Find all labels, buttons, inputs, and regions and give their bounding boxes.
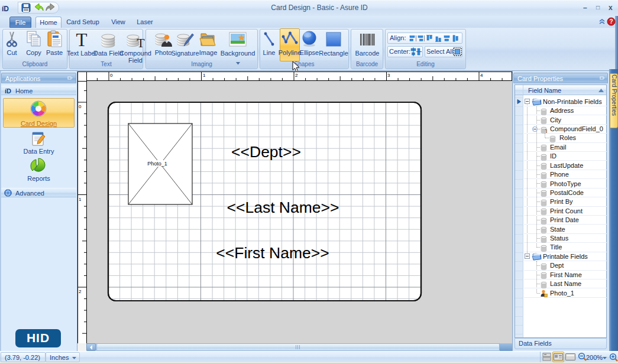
svg-text:Photo_1: Photo_1 [147, 161, 167, 167]
svg-text:íD: íD [2, 5, 9, 12]
svg-text:1: 1 [203, 73, 206, 78]
svg-text:T: T [137, 35, 145, 48]
svg-text:íD: íD [5, 87, 11, 94]
svg-text:3: 3 [387, 73, 390, 78]
svg-text:0: 0 [110, 73, 113, 78]
svg-text:2: 2 [295, 73, 298, 78]
svg-text:4: 4 [480, 73, 483, 78]
svg-text:T: T [76, 31, 88, 48]
svg-text:0: 0 [79, 104, 82, 109]
svg-text:T: T [545, 128, 547, 134]
svg-text:1: 1 [79, 197, 82, 202]
svg-text:<<Dept>>: <<Dept>> [231, 143, 301, 161]
svg-text:<<Last Name>>: <<Last Name>> [227, 199, 339, 216]
svg-text:<<First Name>>: <<First Name>> [216, 244, 329, 262]
svg-text:2: 2 [79, 289, 82, 294]
svg-text:?: ? [609, 18, 613, 25]
